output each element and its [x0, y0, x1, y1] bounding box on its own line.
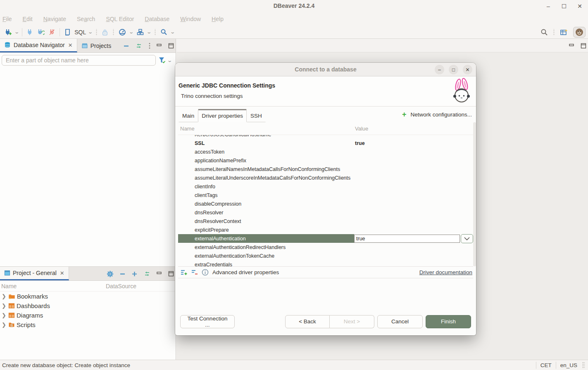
- dashboard-button[interactable]: [118, 28, 127, 37]
- view-menu-icon[interactable]: [148, 43, 151, 49]
- driver-documentation-link[interactable]: Driver documentation: [419, 269, 472, 275]
- property-name[interactable]: externalAuthenticationTokenCache: [178, 251, 354, 260]
- property-name[interactable]: SSL: [178, 139, 354, 147]
- gear-icon[interactable]: [107, 270, 114, 278]
- menu-sql-editor[interactable]: SQL Editor: [106, 16, 134, 22]
- network-configurations-button[interactable]: + Network configurations...: [402, 111, 472, 118]
- new-connection-dropdown-icon[interactable]: ⌄: [14, 29, 19, 35]
- menu-database[interactable]: Database: [145, 16, 169, 22]
- expand-chevron-icon[interactable]: ❯: [2, 293, 7, 299]
- property-row[interactable]: disableCompression: [178, 199, 473, 208]
- collapse-all-icon[interactable]: [123, 43, 129, 49]
- tree-item-scripts[interactable]: ❯Scripts: [0, 320, 176, 330]
- tree-item-dashboards[interactable]: ❯Dashboards: [0, 301, 176, 311]
- menu-navigate[interactable]: Navigate: [43, 16, 66, 22]
- reconnect-button[interactable]: [36, 28, 45, 36]
- property-value[interactable]: true: [354, 140, 365, 146]
- property-name[interactable]: clientTags: [178, 191, 354, 199]
- property-row[interactable]: assumeLiteralUnderscoreInMetadataCallsFo…: [178, 173, 473, 182]
- tab-database-navigator[interactable]: Database Navigator ✕: [0, 39, 77, 52]
- user-avatar[interactable]: [573, 27, 586, 38]
- search-dropdown-chevron-icon[interactable]: ⌄: [170, 29, 175, 35]
- tree-item-bookmarks[interactable]: ❯Bookmarks: [0, 292, 176, 301]
- connect-button[interactable]: [26, 28, 34, 36]
- property-name[interactable]: disableCompression: [178, 199, 354, 208]
- back-button[interactable]: < Back: [285, 315, 330, 328]
- commit-mode-button[interactable]: [101, 28, 109, 37]
- property-name[interactable]: assumeLiteralNamesInMetadataCallsForNonC…: [178, 165, 354, 173]
- filter-settings-button[interactable]: ⌄: [158, 57, 174, 64]
- dashboard-dropdown-icon[interactable]: ⌄: [129, 29, 134, 35]
- menu-window[interactable]: Window: [180, 16, 201, 22]
- dialog-tab-ssh[interactable]: SSH: [247, 110, 266, 122]
- column-header-name[interactable]: Name: [178, 126, 355, 132]
- property-name[interactable]: assumeLiteralUnderscoreInMetadataCallsFo…: [178, 173, 354, 182]
- close-tab-icon[interactable]: ✕: [60, 270, 64, 276]
- tab-projects[interactable]: Projects: [77, 39, 116, 52]
- tree-item-diagrams[interactable]: ❯Diagrams: [0, 311, 176, 320]
- minimize-panel-icon[interactable]: [157, 43, 162, 48]
- property-row[interactable]: KerberosUseCanonicalHostname: [178, 135, 473, 139]
- expand-chevron-icon[interactable]: ❯: [2, 303, 7, 309]
- minimize-panel-icon[interactable]: [569, 43, 575, 48]
- property-row[interactable]: assumeLiteralNamesInMetadataCallsForNonC…: [178, 165, 473, 173]
- driver-manager-dropdown-icon[interactable]: ⌄: [146, 29, 152, 35]
- property-row[interactable]: clientInfo: [178, 182, 473, 191]
- dialog-close-icon[interactable]: ✕: [463, 65, 472, 74]
- object-filter-input[interactable]: [2, 55, 156, 66]
- sql-dropdown-icon[interactable]: ⌄: [88, 29, 93, 35]
- property-name[interactable]: KerberosUseCanonicalHostname: [178, 135, 354, 139]
- cancel-button[interactable]: Cancel: [377, 315, 423, 328]
- collapse-all-icon[interactable]: [119, 271, 126, 277]
- property-name[interactable]: externalAuthenticationRedirectHandlers: [178, 243, 354, 251]
- property-value-input[interactable]: [354, 235, 460, 243]
- property-name[interactable]: dnsResolverContext: [178, 217, 354, 225]
- sql-editor-button[interactable]: [63, 28, 72, 37]
- column-header-name[interactable]: Name: [0, 283, 106, 289]
- menu-edit[interactable]: Edit: [23, 16, 33, 22]
- property-name[interactable]: externalAuthentication: [178, 234, 354, 243]
- remove-property-icon[interactable]: [191, 269, 198, 275]
- maximize-panel-icon[interactable]: [168, 43, 174, 49]
- dialog-minimize-icon[interactable]: –: [435, 65, 444, 74]
- property-row[interactable]: applicationNamePrefix: [178, 156, 473, 165]
- property-row[interactable]: SSLtrue: [178, 139, 473, 147]
- global-search-button[interactable]: [540, 28, 549, 37]
- property-name[interactable]: extraCredentials: [178, 260, 354, 266]
- quick-search-button[interactable]: [159, 28, 168, 36]
- driver-manager-button[interactable]: [136, 28, 145, 36]
- new-connection-button[interactable]: [3, 28, 12, 37]
- property-name[interactable]: applicationNamePrefix: [178, 156, 354, 165]
- expand-all-icon[interactable]: [131, 271, 138, 277]
- maximize-window-icon[interactable]: ☐: [559, 1, 569, 11]
- property-name[interactable]: dnsResolver: [178, 208, 354, 217]
- expand-chevron-icon[interactable]: ❯: [2, 312, 7, 318]
- maximize-panel-icon[interactable]: [581, 43, 586, 49]
- status-locale[interactable]: en_US: [556, 362, 581, 369]
- tab-project-general[interactable]: Project - General ✕: [0, 267, 69, 280]
- property-row[interactable]: extraCredentials: [178, 260, 473, 266]
- disconnect-button[interactable]: [48, 28, 56, 36]
- dialog-titlebar[interactable]: Connect to a database – □ ✕: [175, 63, 476, 76]
- property-name[interactable]: accessToken: [178, 147, 354, 156]
- expand-chevron-icon[interactable]: ❯: [2, 322, 7, 328]
- minimize-panel-icon[interactable]: [157, 271, 162, 276]
- maximize-panel-icon[interactable]: [168, 271, 174, 277]
- column-header-value[interactable]: Value: [355, 126, 368, 132]
- property-row[interactable]: externalAuthentication: [178, 234, 473, 243]
- link-with-editor-icon[interactable]: [143, 271, 151, 277]
- close-window-icon[interactable]: ✕: [575, 1, 585, 11]
- property-row[interactable]: externalAuthenticationRedirectHandlers: [178, 243, 473, 251]
- vertical-scrollbar[interactable]: [473, 122, 476, 266]
- dialog-maximize-icon[interactable]: □: [449, 65, 458, 74]
- property-name[interactable]: explicitPrepare: [178, 225, 354, 234]
- sql-label[interactable]: SQL: [74, 29, 86, 36]
- menu-help[interactable]: Help: [212, 16, 224, 22]
- new-object-button[interactable]: [559, 28, 569, 37]
- test-connection-button[interactable]: Test Connection ...: [180, 315, 235, 328]
- property-row[interactable]: dnsResolverContext: [178, 217, 473, 225]
- dialog-tab-main[interactable]: Main: [179, 110, 198, 122]
- property-row[interactable]: clientTags: [178, 191, 473, 199]
- finish-button[interactable]: Finish: [426, 315, 471, 328]
- menu-file[interactable]: File: [2, 16, 12, 22]
